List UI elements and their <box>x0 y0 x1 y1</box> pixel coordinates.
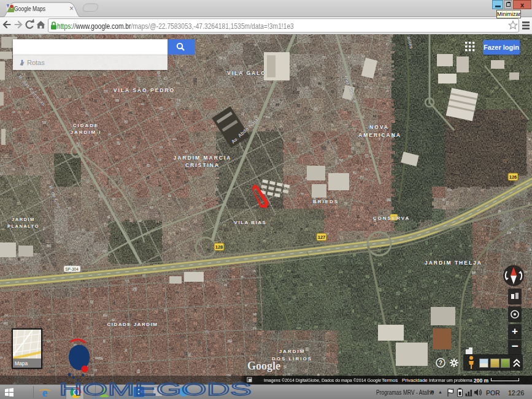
svg-text:BRIEDS: BRIEDS <box>313 199 339 204</box>
svg-text:VILA GALO: VILA GALO <box>227 70 266 76</box>
svg-text:VILA SÃO PEDRO: VILA SÃO PEDRO <box>114 87 175 93</box>
svg-text:CIDADE: CIDADE <box>73 123 99 128</box>
svg-text:PLANALTO: PLANALTO <box>7 223 39 229</box>
svg-text:126: 126 <box>509 174 517 180</box>
svg-text:JARDIM I: JARDIM I <box>70 130 101 135</box>
svg-text:?: ? <box>439 360 442 366</box>
svg-text:CIDADE JARDIM: CIDADE JARDIM <box>107 322 158 327</box>
svg-text:127: 127 <box>318 234 326 240</box>
svg-text:JARDIM THELJA: JARDIM THELJA <box>425 260 482 266</box>
svg-text:AMERICANA: AMERICANA <box>358 132 401 138</box>
svg-text:NOVA: NOVA <box>369 124 389 130</box>
svg-text:CRISTINA: CRISTINA <box>185 162 220 168</box>
svg-text:JARDIM MARCIA: JARDIM MARCIA <box>174 155 232 161</box>
svg-text:CONSERVA: CONSERVA <box>373 215 411 221</box>
svg-text:JARDIM: JARDIM <box>12 217 35 222</box>
svg-text:SEGUROS IMOBILIARIOS: SEGUROS IMOBILIARIOS <box>92 396 161 399</box>
svg-text:VILA BIAS: VILA BIAS <box>234 220 267 225</box>
svg-text:SP-304: SP-304 <box>65 267 79 271</box>
svg-text:128: 128 <box>215 244 223 250</box>
svg-text:JARDIM: JARDIM <box>279 349 306 354</box>
